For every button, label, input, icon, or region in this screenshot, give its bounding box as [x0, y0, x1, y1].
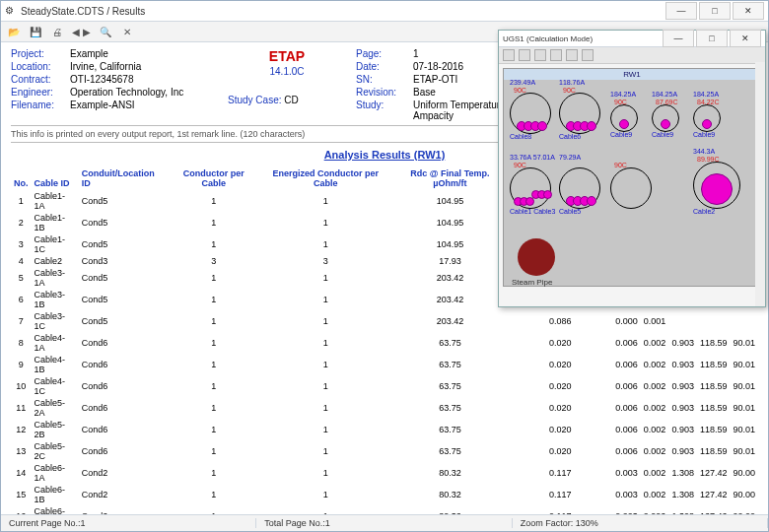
cell: 3	[169, 255, 259, 267]
label-date: Date:	[356, 61, 403, 72]
cell: 0.001	[641, 310, 669, 332]
cell: 104.95	[392, 190, 509, 212]
conduit-temp: 90C	[614, 99, 627, 105]
cell: 127.42	[697, 462, 731, 484]
cell	[730, 310, 758, 332]
cell: 1	[169, 375, 259, 397]
cell: 3	[259, 255, 392, 267]
cell: 118.59	[697, 354, 731, 375]
conduit-name: Cable9	[652, 131, 673, 138]
cell: 127.42	[697, 505, 731, 514]
cell: 90.00	[730, 484, 758, 505]
save-icon[interactable]: 💾	[29, 25, 42, 38]
cell: 90.01	[730, 354, 758, 375]
cell: Cond5	[79, 289, 169, 310]
cell: 0.117	[508, 505, 612, 514]
panel-tool-icon[interactable]	[550, 49, 562, 61]
cell: 1	[259, 310, 392, 332]
cell: Cond3	[79, 255, 169, 267]
close-button[interactable]: ✕	[733, 2, 764, 20]
cell: 118.59	[697, 397, 731, 419]
find-icon[interactable]: 🔍	[99, 25, 112, 38]
cell: 203.42	[392, 289, 509, 310]
conduit[interactable]	[652, 104, 679, 132]
cell: 0.903	[668, 419, 697, 440]
cell: 1	[259, 440, 392, 462]
cell: 1.308	[668, 484, 697, 505]
cell: 1	[169, 310, 259, 332]
cell: 63.75	[392, 440, 509, 462]
panel-tool-icon[interactable]	[519, 49, 530, 61]
panel-min-button[interactable]: —	[663, 30, 694, 47]
raceway-title: RW1	[504, 69, 760, 80]
panel-tool-icon[interactable]	[582, 49, 594, 61]
panel-max-button[interactable]: □	[696, 30, 728, 47]
cell: 0.903	[668, 397, 697, 419]
conduit[interactable]	[510, 93, 551, 134]
cell: 6	[11, 289, 32, 310]
open-icon[interactable]: 📂	[7, 25, 21, 38]
cell: 80.32	[392, 505, 509, 514]
nav-buttons[interactable]: ◀ ▶	[72, 27, 91, 37]
cell: 0.020	[508, 332, 612, 354]
maximize-button[interactable]: □	[699, 2, 731, 20]
raceway-canvas[interactable]: RW1 239.49A90CCable8118.76A90CCable6184.…	[503, 68, 761, 287]
conduit-name: Cable1 Cable3	[510, 208, 555, 215]
cell: 0.020	[508, 354, 612, 375]
cell: Cable6-1A	[32, 462, 79, 484]
ugs-panel[interactable]: UGS1 (Calculation Mode) — □ ✕ RW1 239.49…	[498, 30, 766, 307]
conduit[interactable]	[559, 167, 600, 209]
conduit[interactable]	[610, 167, 652, 209]
label-studycase: Study Case:	[228, 95, 281, 105]
cell: 11	[11, 397, 32, 419]
cell: 0.117	[508, 462, 612, 484]
conduit-amp: 239.49A	[510, 79, 535, 86]
conduit[interactable]	[559, 93, 600, 134]
value-filename: Example-ANSI	[70, 100, 218, 110]
window-title: SteadyState.CDTS / Results	[21, 6, 145, 17]
cell: 3	[11, 233, 32, 255]
panel-tool-icon[interactable]	[503, 49, 515, 61]
label-engineer: Engineer:	[11, 87, 60, 98]
cell: Cable1-1C	[32, 233, 79, 255]
panel-tool-icon[interactable]	[534, 49, 546, 61]
cell: 0.002	[641, 484, 669, 505]
panel-close-button[interactable]: ✕	[730, 30, 761, 47]
cell: Cable5-2A	[32, 397, 79, 419]
conduit-temp: 89.99C	[697, 156, 720, 163]
conduit[interactable]	[693, 104, 721, 132]
print-icon[interactable]: 🖨	[50, 25, 64, 38]
conduit[interactable]	[693, 162, 740, 209]
cell: 118.59	[697, 419, 731, 440]
cell: 80.32	[392, 462, 509, 484]
cell: 0.117	[508, 484, 612, 505]
conduit-amp: 33.76A 57.01A	[510, 154, 555, 161]
col-ecpc: Energized Conductor per Cable	[259, 166, 392, 190]
status-total-page: Total Page No.:1	[256, 518, 512, 528]
conduit-amp: 184.25A	[610, 91, 636, 98]
table-row: 12Cable5-2BCond61163.750.0200.0060.0020.…	[11, 419, 758, 440]
cell: 0.903	[668, 332, 697, 354]
cell: 0.086	[508, 310, 612, 332]
cell: 1.308	[668, 462, 697, 484]
toolbar-close-icon[interactable]: ✕	[120, 25, 134, 38]
cell: 90.00	[730, 462, 758, 484]
cell: 15	[11, 484, 32, 505]
panel-tool-icon[interactable]	[566, 49, 578, 61]
cell: 0.002	[641, 419, 669, 440]
panel-scrollbar[interactable]	[755, 62, 765, 306]
table-row: 11Cable5-2ACond61163.750.0200.0060.0020.…	[11, 397, 758, 419]
conduit[interactable]	[610, 104, 638, 132]
cell: 9	[11, 354, 32, 375]
minimize-button[interactable]: —	[665, 2, 697, 20]
cell: 1	[169, 332, 259, 354]
cell: Cond5	[79, 212, 169, 233]
value-engineer: Operation Technology, Inc	[70, 87, 218, 98]
conduit[interactable]	[510, 167, 551, 209]
cell: 0.006	[612, 332, 641, 354]
cell: 1	[169, 190, 259, 212]
conduit-amp: 118.76A	[559, 79, 585, 86]
conduit-temp: 90C	[563, 87, 576, 94]
cell: Cable3-1B	[32, 289, 79, 310]
cell: 63.75	[392, 332, 509, 354]
